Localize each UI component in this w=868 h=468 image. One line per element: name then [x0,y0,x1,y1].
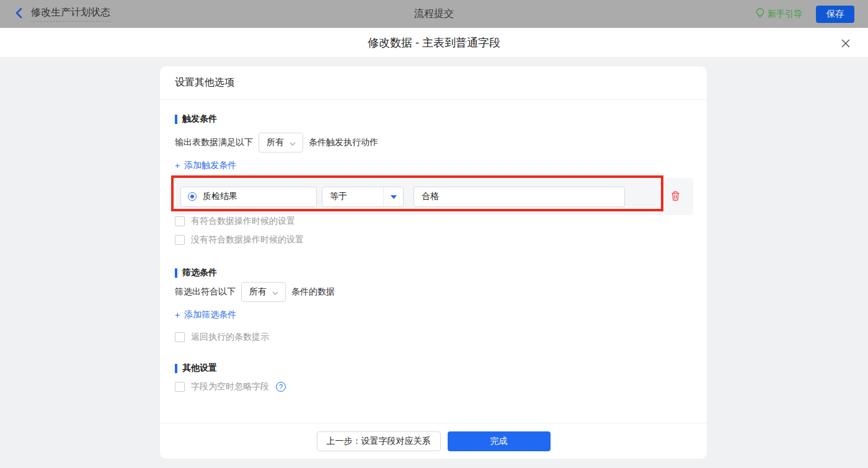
checkbox-icon[interactable] [175,382,185,392]
trigger-sentence-suffix: 条件触发执行动作 [309,137,378,148]
section-bar-icon [175,115,177,124]
dialog-title: 修改数据 - 主表到普通字段 [0,28,868,58]
caret-down-icon [383,187,403,206]
checkbox-icon[interactable] [175,235,185,245]
checkbox-no-match-row[interactable]: 没有符合数据操作时候的设置 [175,234,304,245]
lightbulb-icon [756,8,764,20]
section-bar-icon [175,268,177,278]
checkbox-count-hint-row[interactable]: 返回执行的条数提示 [175,332,269,343]
trigger-sentence: 输出表数据满足以下 所有 条件触发执行动作 [175,132,378,152]
filter-section-title: 筛选条件 [175,267,217,278]
other-section-title: 其他设置 [175,363,217,374]
beginner-guide-label: 新手引导 [768,9,802,20]
plus-icon: + [175,310,180,320]
help-icon[interactable]: ? [276,382,286,392]
dialog-header: 修改数据 - 主表到普通字段 [0,28,868,58]
app-topbar: 修改生产计划状态 流程提交 新手引导 保存 [0,0,868,28]
previous-step-button[interactable]: 上一步：设置字段对应关系 [317,431,441,451]
checkbox-icon[interactable] [175,332,185,342]
card-header-title: 设置其他选项 [160,66,707,100]
save-button[interactable]: 保存 [816,6,854,23]
card-footer: 上一步：设置字段对应关系 完成 [160,423,707,459]
radio-field-icon [188,192,197,201]
back-button[interactable] [15,7,22,20]
options-card: 设置其他选项 触发条件 输出表数据满足以下 所有 条件触发执行动作 + 添加触发… [160,66,707,459]
trigger-sentence-prefix: 输出表数据满足以下 [175,137,253,148]
chevron-left-icon [15,7,22,20]
filter-match-select[interactable]: 所有 [241,282,286,302]
add-filter-condition-link[interactable]: + 添加筛选条件 [175,309,236,320]
chevron-down-icon [272,287,278,297]
checkbox-icon[interactable] [175,216,185,226]
delete-condition-button[interactable] [670,190,681,203]
done-button[interactable]: 完成 [448,431,551,451]
add-trigger-condition-link[interactable]: + 添加触发条件 [175,160,236,171]
plus-icon: + [175,161,180,170]
trigger-section-title: 触发条件 [175,113,217,125]
trigger-condition-row: 质检结果 等于 [175,178,693,215]
beginner-guide-link[interactable]: 新手引导 [756,8,802,20]
filter-sentence: 筛选出符合以下 所有 条件的数据 [175,281,335,302]
workflow-node-title[interactable]: 修改生产计划状态 [31,6,110,22]
condition-operator-select[interactable]: 等于 [322,187,404,207]
condition-field-select[interactable]: 质检结果 [180,187,317,207]
filter-sentence-prefix: 筛选出符合以下 [175,286,236,298]
chevron-down-icon [290,138,296,148]
trigger-match-select[interactable]: 所有 [259,133,303,152]
section-bar-icon [175,364,177,373]
filter-sentence-suffix: 条件的数据 [291,286,335,298]
close-icon[interactable] [839,37,852,50]
trash-icon [670,190,681,203]
checkbox-has-match-row[interactable]: 有符合数据操作时候的设置 [175,216,295,227]
process-title: 流程提交 [0,0,868,28]
checkbox-ignore-empty-row[interactable]: 字段为空时忽略字段 ? [175,381,286,392]
condition-value-input[interactable] [414,187,625,207]
